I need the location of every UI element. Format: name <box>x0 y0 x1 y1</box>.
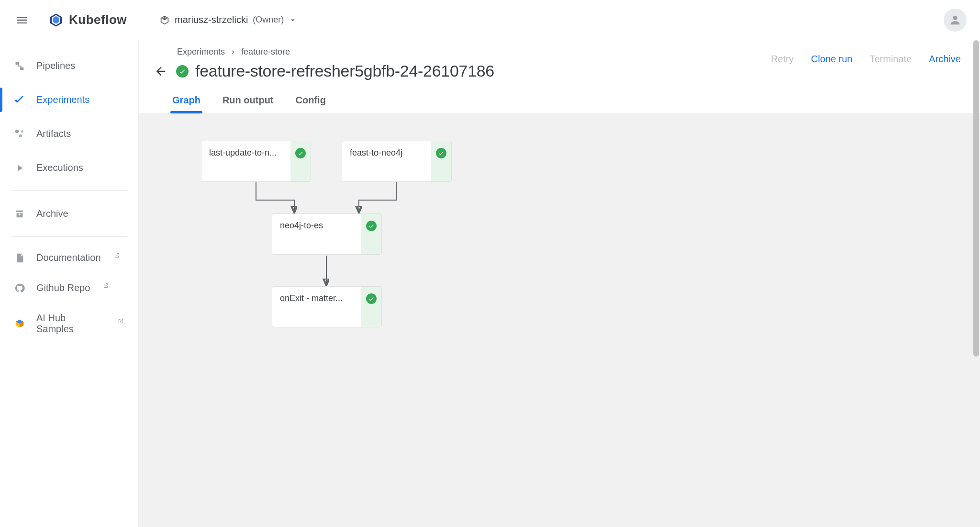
tab-config[interactable]: Config <box>296 95 326 113</box>
arrow-back-icon <box>154 65 167 78</box>
hamburger-icon <box>15 13 29 27</box>
sidebar-item-label: Experiments <box>36 94 89 105</box>
check-icon <box>366 293 377 304</box>
sidebar-item-artifacts[interactable]: Artifacts <box>0 117 138 151</box>
package-icon <box>159 15 170 25</box>
artifacts-icon <box>14 129 25 139</box>
brand[interactable]: Kubeflow <box>49 12 127 27</box>
check-icon <box>366 221 377 231</box>
sidebar-item-label: Archive <box>36 208 68 219</box>
chevron-right-icon: › <box>232 47 234 57</box>
graph-node[interactable]: last-update-to-n... <box>201 141 311 182</box>
sidebar-item-label: Executions <box>36 162 83 173</box>
graph-node[interactable]: onExit - matter... <box>272 286 382 327</box>
tabs: Graph Run output Config <box>163 80 956 113</box>
workspace-name: mariusz-strzelicki <box>175 14 248 25</box>
svg-point-6 <box>21 130 24 133</box>
experiments-icon <box>14 95 25 105</box>
check-icon <box>178 67 186 75</box>
github-icon <box>14 283 25 293</box>
workspace-selector[interactable]: mariusz-strzelicki (Owner) <box>159 14 297 25</box>
brand-label: Kubeflow <box>69 12 127 27</box>
sidebar-divider <box>11 191 127 191</box>
doc-icon <box>14 253 25 263</box>
scrollbar[interactable] <box>973 40 979 527</box>
graph-node-status <box>290 141 311 181</box>
back-button[interactable] <box>152 63 169 80</box>
workspace-role: (Owner) <box>253 15 284 25</box>
sidebar-item-pipelines[interactable]: Pipelines <box>0 49 138 83</box>
breadcrumb-root[interactable]: Experiments <box>177 47 225 57</box>
archive-icon <box>14 209 25 219</box>
sidebar-item-executions[interactable]: Executions <box>0 151 138 185</box>
graph-node-label: neo4j-to-es <box>272 214 361 254</box>
sidebar-link-label: Documentation <box>36 252 101 263</box>
sidebar-item-experiments[interactable]: Experiments <box>0 83 138 117</box>
svg-rect-4 <box>21 67 23 70</box>
main-header: Experiments › feature-store feature-stor… <box>139 40 980 114</box>
person-icon <box>948 13 962 27</box>
graph-node-label: feast-to-neo4j <box>342 141 431 181</box>
pipelines-icon <box>14 61 25 71</box>
kubeflow-logo-icon <box>49 13 63 27</box>
graph-node[interactable]: neo4j-to-es <box>272 213 382 255</box>
chevron-down-icon <box>289 16 297 24</box>
sidebar-item-label: Artifacts <box>36 128 71 139</box>
graph-node-status <box>361 214 381 254</box>
executions-icon <box>14 163 25 173</box>
svg-point-5 <box>15 129 19 133</box>
graph-node-label: last-update-to-n... <box>201 141 290 181</box>
check-icon <box>295 148 306 158</box>
external-link-icon <box>113 252 120 259</box>
external-link-icon <box>102 282 109 289</box>
sidebar-divider <box>11 236 127 237</box>
graph-node-status <box>361 287 381 327</box>
sidebar-link-label: Github Repo <box>36 282 90 293</box>
aihub-icon <box>14 318 25 329</box>
sidebar-link-aihub[interactable]: AI Hub Samples <box>0 303 138 344</box>
svg-rect-3 <box>16 62 19 64</box>
scrollbar-thumb[interactable] <box>973 40 979 357</box>
sidebar-link-github[interactable]: Github Repo <box>0 273 138 303</box>
sidebar-link-documentation[interactable]: Documentation <box>0 243 138 273</box>
svg-point-7 <box>19 134 22 137</box>
avatar[interactable] <box>944 9 967 32</box>
tab-graph[interactable]: Graph <box>172 95 200 113</box>
graph-node[interactable]: feast-to-neo4j <box>342 141 452 182</box>
main: Experiments › feature-store feature-stor… <box>139 40 980 527</box>
retry-button[interactable]: Retry <box>771 54 794 65</box>
clone-run-button[interactable]: Clone run <box>811 54 853 65</box>
run-actions: Retry Clone run Terminate Archive <box>771 54 961 65</box>
graph-node-status <box>431 141 451 181</box>
sidebar-item-label: Pipelines <box>36 60 75 71</box>
sidebar-item-archive[interactable]: Archive <box>0 197 138 231</box>
terminate-button[interactable]: Terminate <box>869 54 912 65</box>
sidebar: Pipelines Experiments Artifacts Executio… <box>0 40 139 527</box>
breadcrumb-leaf[interactable]: feature-store <box>241 47 290 57</box>
topbar: Kubeflow mariusz-strzelicki (Owner) <box>0 0 980 40</box>
sidebar-link-label: AI Hub Samples <box>36 313 105 335</box>
run-title: feature-store-refresher5gbfb-24-26107186 <box>195 62 494 80</box>
menu-button[interactable] <box>13 11 31 29</box>
run-status-badge <box>176 65 189 78</box>
check-icon <box>436 148 446 158</box>
external-link-icon <box>117 318 124 325</box>
graph-canvas[interactable]: last-update-to-n... feast-to-neo4j neo4j… <box>139 114 980 527</box>
graph-node-label: onExit - matter... <box>272 287 361 327</box>
tab-run-output[interactable]: Run output <box>223 95 274 113</box>
archive-button[interactable]: Archive <box>929 54 961 65</box>
